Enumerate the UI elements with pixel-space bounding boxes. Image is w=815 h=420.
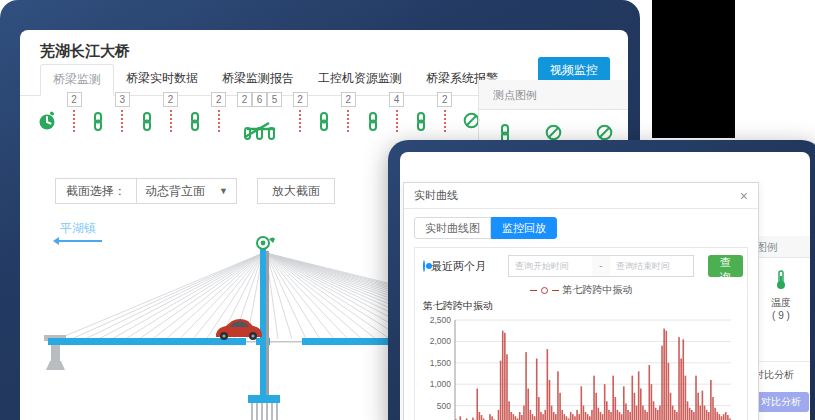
chart-bar (502, 331, 504, 420)
chart-bar (625, 403, 627, 420)
chart-bar (566, 416, 568, 420)
multi-link-icon (243, 120, 277, 144)
chart-bar (591, 410, 593, 420)
legend-marker-line (530, 290, 537, 291)
chart-bar (555, 414, 557, 420)
sensor-link[interactable] (367, 92, 379, 144)
sensor-point[interactable]: 2 (341, 92, 356, 144)
chart-bar (530, 410, 532, 420)
chart-bar (702, 391, 704, 420)
chart-bar (515, 416, 517, 420)
sensor-point[interactable]: 3 (115, 92, 130, 144)
car-icon (216, 319, 262, 340)
camera-icon (257, 237, 275, 249)
temperature-count: ( 9 ) (752, 310, 810, 321)
sensor-multi-link[interactable]: 265 (237, 92, 282, 144)
sensor-link[interactable] (415, 92, 427, 144)
tab-桥梁监测报告[interactable]: 桥梁监测报告 (210, 64, 306, 95)
sensor-link[interactable] (92, 92, 104, 144)
chart-bar (629, 412, 631, 420)
chart-bar (714, 408, 716, 420)
chart-bar (710, 380, 712, 420)
chart-bar (644, 410, 646, 420)
sensor-point[interactable]: 2 (293, 92, 308, 144)
date-range-separator: - (592, 255, 610, 277)
query-start-input[interactable] (508, 255, 592, 277)
chart-bar (489, 414, 491, 420)
section-select-value: 动态背立面 (145, 183, 205, 200)
link-icon (318, 112, 330, 135)
chart-bar (674, 410, 676, 420)
svg-text:1,500: 1,500 (430, 358, 452, 368)
close-icon[interactable]: × (740, 188, 748, 204)
section-select[interactable]: 动态背立面 ▼ (137, 183, 236, 200)
query-end-input[interactable] (610, 255, 694, 277)
chart-bar (727, 415, 729, 420)
chart-bar (583, 406, 585, 420)
section-select-group: 截面选择： 动态背立面 ▼ (55, 178, 237, 204)
chart-bar (540, 412, 542, 420)
chart-bar (655, 408, 657, 420)
chart-bar (670, 393, 672, 420)
sensor-count-badge: 4 (389, 92, 404, 107)
dialog-tabs: 实时曲线图监控回放 (414, 217, 748, 239)
sensor-dash-line (218, 110, 220, 132)
dialog-tab-实时曲线图[interactable]: 实时曲线图 (414, 217, 491, 239)
compare-analysis-label: 对比分析 (752, 362, 810, 382)
query-button[interactable]: 查询 (708, 255, 743, 277)
sensor-point[interactable]: 2 (437, 92, 452, 144)
chart-bar (593, 376, 595, 420)
chart-bar (682, 339, 684, 420)
sensor-link[interactable] (189, 92, 201, 144)
chart-bar (570, 412, 572, 420)
chart-bar (479, 412, 481, 420)
temperature-block: 温度 ( 9 ) (752, 258, 810, 321)
sensor-gauge[interactable] (38, 92, 56, 144)
chart-bar (481, 415, 483, 420)
svg-text:500: 500 (437, 401, 451, 411)
chart-bar (578, 414, 580, 420)
chart-bar (547, 349, 549, 420)
sensor-point[interactable]: 4 (389, 92, 404, 144)
chart-bar (498, 410, 500, 420)
recent-two-months-radio[interactable] (423, 260, 425, 272)
sensor-count-badge: 2 (341, 92, 356, 107)
chart-bar (659, 406, 661, 420)
sensor-link[interactable] (141, 92, 153, 144)
chart-bar (721, 416, 723, 420)
chart-title: 第七跨跨中振动 (423, 299, 739, 313)
tab-工控机资源监测[interactable]: 工控机资源监测 (306, 64, 414, 95)
chart-bar (576, 410, 578, 420)
sensor-row: 23222652242 (38, 92, 480, 144)
link-icon (415, 112, 427, 135)
dialog-title: 实时曲线 (414, 188, 458, 203)
sensor-point[interactable]: 2 (211, 92, 226, 144)
chart-bar (508, 401, 510, 420)
chart-bar (587, 414, 589, 420)
chart-bar (572, 414, 574, 420)
vibration-chart: 05001,0001,5002,0002,5002018-09-30 16:01… (423, 315, 739, 420)
chart-bar (638, 371, 640, 420)
compare-analysis-button[interactable]: 对比分析 (753, 392, 809, 412)
chart-bar (653, 401, 655, 420)
sensor-link[interactable] (318, 92, 330, 144)
sensor-dash-line (299, 110, 301, 132)
svg-text:1,000: 1,000 (430, 379, 452, 389)
dialog-tab-监控回放[interactable]: 监控回放 (491, 217, 557, 239)
chart-bar (523, 406, 525, 420)
sensor-dash-line (347, 110, 349, 132)
chart-bar (532, 414, 534, 420)
tab-桥梁实时数据[interactable]: 桥梁实时数据 (114, 64, 210, 95)
chart-bar (704, 406, 706, 420)
popup-window-content: 图例 温度 ( 9 ) 对比分析 对比分析 测点列表 实时曲线 × (400, 152, 810, 420)
main-tabs: 桥梁监测桥梁实时数据桥梁监测报告工控机资源监测桥梁系统报警 (40, 64, 510, 95)
enlarge-section-button[interactable]: 放大截面 (257, 178, 335, 204)
sensor-point[interactable]: 2 (163, 92, 178, 144)
chart-bar (663, 329, 665, 420)
chart-legend[interactable]: 第七跨跨中振动 (423, 283, 739, 297)
sensor-point[interactable]: 2 (67, 92, 82, 144)
sensor-count-badge: 2 (293, 92, 308, 107)
chart-bar (544, 410, 546, 420)
chart-bar (685, 376, 687, 420)
chart-bar (623, 386, 625, 420)
